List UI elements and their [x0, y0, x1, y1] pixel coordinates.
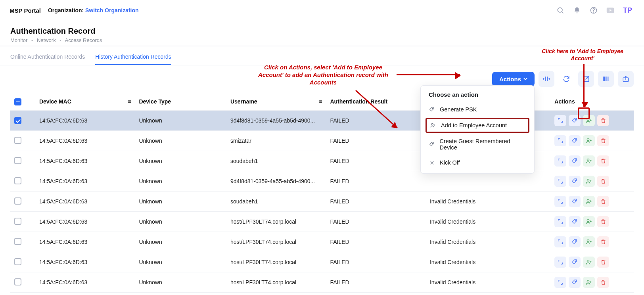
user-avatar[interactable]: TP: [621, 5, 634, 16]
row-delete-button[interactable]: [597, 236, 609, 247]
col-device-mac[interactable]: Device MAC≡: [35, 92, 135, 111]
row-expand-button[interactable]: [554, 216, 566, 227]
svg-point-29: [575, 261, 576, 262]
dropdown-item-kick-off[interactable]: Kick Off: [421, 155, 534, 170]
cell-device-mac: 14:5A:FC:0A:6D:63: [35, 192, 135, 212]
row-tag-button[interactable]: [569, 196, 581, 207]
row-delete-button[interactable]: [597, 115, 609, 126]
row-tag-button[interactable]: [569, 257, 581, 268]
col-actions: Actions: [550, 92, 634, 111]
row-add-employee-button[interactable]: [583, 196, 595, 207]
column-menu-icon[interactable]: ≡: [128, 98, 131, 105]
row-add-employee-button[interactable]: [583, 135, 595, 146]
dropdown-item-label: Generate PSK: [440, 106, 477, 113]
row-add-employee-button[interactable]: [583, 155, 595, 167]
cell-device-type: Unknown: [135, 192, 226, 212]
expand-columns-button[interactable]: [539, 71, 554, 87]
row-expand-button[interactable]: [554, 176, 566, 187]
topbar-right: TP: [554, 4, 634, 17]
col-device-type[interactable]: Device Type: [135, 92, 226, 111]
row-expand-button[interactable]: [554, 135, 566, 146]
row-checkbox[interactable]: [14, 278, 21, 285]
row-expand-button[interactable]: [554, 155, 566, 167]
row-checkbox[interactable]: [14, 177, 21, 184]
row-delete-button[interactable]: [597, 216, 609, 227]
search-icon[interactable]: [554, 4, 567, 17]
row-checkbox[interactable]: [14, 197, 21, 205]
row-expand-button[interactable]: [554, 115, 566, 126]
cell-device-mac: 14:5A:FC:0A:6D:63: [35, 252, 135, 272]
cell-reject-reason: Invalid Credentials: [426, 272, 550, 293]
export-button[interactable]: [578, 71, 594, 87]
crumb-access-records[interactable]: Access Records: [65, 37, 102, 43]
dropdown-item-generate-psk[interactable]: Generate PSK: [421, 102, 534, 117]
bell-icon[interactable]: [571, 4, 583, 17]
table-row[interactable]: 14:5A:FC:0A:6D:63UnknownsmizatarFAILED: [10, 131, 634, 151]
svg-line-5: [356, 90, 397, 128]
row-add-employee-button[interactable]: [583, 257, 595, 268]
row-add-employee-button[interactable]: [583, 277, 595, 288]
table-row[interactable]: 14:5A:FC:0A:6D:63Unknownhost/LPF30LT74.c…: [10, 293, 634, 295]
tab-online-auth-records[interactable]: Online Authentication Records: [10, 51, 85, 65]
cell-device-mac: 14:5A:FC:0A:6D:63: [35, 171, 135, 192]
row-checkbox[interactable]: [14, 258, 21, 265]
upload-button[interactable]: [618, 71, 634, 87]
cell-username: host/LPF30LT74.corp.local: [226, 293, 326, 295]
video-icon[interactable]: [604, 4, 617, 17]
table-row[interactable]: 14:5A:FC:0A:6D:63Unknownsoudabeh1FAILEDI…: [10, 192, 634, 212]
column-menu-icon[interactable]: ≡: [319, 98, 322, 105]
row-tag-button[interactable]: [569, 236, 581, 247]
row-add-employee-button[interactable]: [583, 216, 595, 227]
row-expand-button[interactable]: [554, 196, 566, 207]
tag-icon: [429, 141, 435, 148]
row-tag-button[interactable]: [569, 277, 581, 288]
tab-history-auth-records[interactable]: History Authentication Records: [95, 51, 171, 65]
refresh-button[interactable]: [558, 71, 574, 87]
row-delete-button[interactable]: [597, 155, 609, 167]
row-add-employee-button[interactable]: [583, 236, 595, 247]
crumb-monitor[interactable]: Monitor: [10, 37, 27, 43]
row-checkbox[interactable]: [14, 137, 21, 144]
columns-config-button[interactable]: [598, 71, 614, 87]
table-row[interactable]: 14:5A:FC:0A:6D:63Unknownhost/LPF30LT74.c…: [10, 252, 634, 272]
col-username[interactable]: Username≡: [226, 92, 326, 111]
table-row[interactable]: 14:5A:FC:0A:6D:63Unknownhost/LPF30LT74.c…: [10, 272, 634, 293]
dropdown-item-guest-device[interactable]: Create Guest Remembered Device: [421, 134, 534, 155]
actions-dropdown-button[interactable]: Actions: [492, 72, 535, 86]
svg-point-20: [587, 159, 589, 161]
row-tag-button[interactable]: [569, 176, 581, 187]
row-checkbox[interactable]: [14, 117, 21, 124]
table-row[interactable]: 14:5A:FC:0A:6D:63Unknownhost/LPF30LT74.c…: [10, 232, 634, 252]
row-checkbox[interactable]: [14, 218, 21, 225]
row-delete-button[interactable]: [597, 135, 609, 146]
table-row[interactable]: 14:5A:FC:0A:6D:63Unknownsoudabeh1FAILED: [10, 151, 634, 171]
table-row[interactable]: 14:5A:FC:0A:6D:63Unknown9d4f8d81-0359-4a…: [10, 111, 634, 131]
cell-device-type: Unknown: [135, 171, 226, 192]
crumb-network[interactable]: Network: [37, 37, 56, 43]
dropdown-item-add-employee[interactable]: Add to Employee Account: [430, 122, 525, 128]
page-header: Authentication Record Monitor - Network …: [0, 21, 644, 46]
row-delete-button[interactable]: [597, 257, 609, 268]
row-delete-button[interactable]: [597, 277, 609, 288]
row-expand-button[interactable]: [554, 277, 566, 288]
row-delete-button[interactable]: [597, 176, 609, 187]
row-checkbox[interactable]: [14, 238, 21, 245]
row-expand-button[interactable]: [554, 236, 566, 247]
row-tag-button[interactable]: [569, 155, 581, 167]
row-delete-button[interactable]: [597, 196, 609, 207]
row-add-employee-button[interactable]: [583, 176, 595, 187]
table-row[interactable]: 14:5A:FC:0A:6D:63Unknown9d4f8d81-0359-4a…: [10, 171, 634, 192]
row-tag-button[interactable]: [569, 216, 581, 227]
row-tag-button[interactable]: [569, 135, 581, 146]
help-icon[interactable]: [587, 4, 600, 17]
cell-device-mac: 14:5A:FC:0A:6D:63: [35, 212, 135, 232]
select-all-checkbox[interactable]: [14, 98, 21, 105]
switch-organization-link[interactable]: Switch Organization: [85, 7, 139, 13]
cell-reject-reason: Invalid Credentials: [426, 212, 550, 232]
arrow-to-row-add-employee-icon: [583, 64, 585, 107]
row-checkbox[interactable]: [14, 157, 21, 164]
row-expand-button[interactable]: [554, 257, 566, 268]
cell-device-mac: 14:5A:FC:0A:6D:63: [35, 111, 135, 131]
organization-label: Organization:: [48, 7, 84, 13]
table-row[interactable]: 14:5A:FC:0A:6D:63Unknownhost/LPF30LT74.c…: [10, 212, 634, 232]
